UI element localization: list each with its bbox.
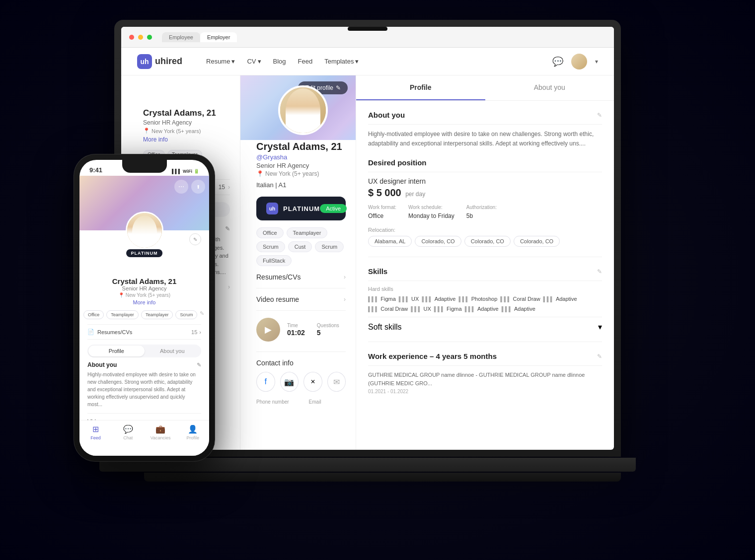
profile-location: 📍 New York (5+ years) <box>143 128 230 134</box>
phone-tab-profile[interactable]: Profile <box>88 346 145 356</box>
hard-skills-row1: ▌▌▌ Figma ▌▌▌ UX ▌▌▌ Ada <box>368 296 602 302</box>
soft-skills-row[interactable]: Soft skills ▾ <box>368 317 602 332</box>
about-you-title: About you <box>368 111 405 119</box>
nav-feed[interactable]: Feed <box>298 58 313 65</box>
message-icon[interactable]: ✉ <box>327 372 346 392</box>
resumes-chevron-center: › <box>344 274 346 280</box>
skill-coral-draw2: ▌▌▌ Coral Draw <box>368 306 408 312</box>
video-resume-section[interactable]: Video resume › <box>256 288 346 311</box>
phone-resumes-row[interactable]: 📄 Resumes/CVs 15 › <box>87 324 201 340</box>
right-tab-about[interactable]: About you <box>485 75 614 100</box>
phone-name: Crystal Adams, 21 <box>87 277 201 285</box>
work-exp-edit-icon[interactable]: ✎ <box>597 353 602 360</box>
nav-blog[interactable]: Blog <box>273 58 286 65</box>
feed-nav-icon: ⊞ <box>92 424 99 434</box>
phone-about-edit-icon[interactable]: ✎ <box>197 362 201 368</box>
account-chevron[interactable]: ▾ <box>595 58 598 65</box>
phone-doc-icon: 📄 <box>87 329 94 335</box>
phone-share-button[interactable]: ⬆ <box>191 180 205 194</box>
play-icon: ▶ <box>265 324 272 335</box>
twitter-icon[interactable]: ✕ <box>303 372 322 392</box>
phone-nav-feed[interactable]: ⊞ Feed <box>79 424 112 440</box>
phone-about-title: About you ✎ <box>87 361 201 368</box>
laptop-notch <box>348 27 387 31</box>
user-avatar[interactable] <box>571 54 587 70</box>
resumes-chevron: › <box>228 184 230 191</box>
about-text-right: Highly-motivated employee with desire to… <box>368 130 602 148</box>
about-edit-icon[interactable]: ✎ <box>225 225 230 232</box>
relocation-section: Relocation: Alabama, AL Colorado, CO Col… <box>368 227 602 247</box>
phone-tag-office: Office <box>83 310 104 319</box>
profile-nav-icon: 👤 <box>188 424 198 434</box>
right-content: About you ✎ Highly-motivated employee wi… <box>356 101 614 404</box>
phone-resumes-count: 15 <box>191 329 197 335</box>
right-tab-profile[interactable]: Profile <box>356 75 485 100</box>
phone-status-icons: ▌▌▌ WiFi 🔋 <box>172 169 199 174</box>
email-item: Email <box>309 397 321 406</box>
active-badge: Active <box>320 204 347 213</box>
person-agency: Senior HR Agency <box>256 162 346 169</box>
skills-title: Skills <box>368 267 387 276</box>
location-alabama: Alabama, AL <box>368 236 412 247</box>
phone-resumes-label-row: 📄 Resumes/CVs <box>87 329 132 335</box>
skill-tag-teamplayer: Teamplayer <box>287 227 328 238</box>
work-exp-dates: 01.2021 - 01.2022 <box>368 389 602 394</box>
phone-about-text: Highly-motivated employee with desire to… <box>87 371 201 408</box>
phone-tab-about[interactable]: About you <box>145 346 201 356</box>
skills-divider <box>368 280 602 281</box>
facebook-icon[interactable]: f <box>256 372 275 392</box>
right-panel-tabs: Profile About you <box>356 75 614 101</box>
phone-nav-chat[interactable]: 💬 Chat <box>112 424 144 440</box>
video-play-button[interactable]: ▶ <box>256 318 280 342</box>
about-you-edit[interactable]: ✎ <box>597 112 602 119</box>
phone-menu-button[interactable]: ⋯ <box>174 180 188 194</box>
minimize-dot[interactable] <box>138 35 143 40</box>
expand-dot[interactable] <box>147 35 152 40</box>
tab-employer[interactable]: Employer <box>200 32 237 42</box>
video-resume-title: Video resume <box>256 295 299 303</box>
contact-icons: f 📷 ✕ ✉ <box>256 372 346 392</box>
phone-about-section: About you ✎ Highly-motivated employee wi… <box>87 361 201 408</box>
person-location: 📍 New York (5+ years) <box>256 170 346 177</box>
position-name: UX designer intern <box>368 177 602 185</box>
phone-tags-edit-icon[interactable]: ✎ <box>200 310 204 319</box>
soft-skills-chevron: ▾ <box>598 322 602 332</box>
phone-nav-profile[interactable]: 👤 Profile <box>177 424 209 440</box>
nav-links: Resume ▾ CV ▾ Blog Feed Templates ▾ <box>206 58 359 65</box>
phone-resumes-chevron: › <box>199 329 201 335</box>
instagram-icon[interactable]: 📷 <box>280 372 299 392</box>
nav-resume[interactable]: Resume ▾ <box>206 58 235 65</box>
battery-icon: 🔋 <box>194 169 199 174</box>
nav-cv[interactable]: CV ▾ <box>247 58 261 65</box>
person-username[interactable]: @Gryasha <box>256 153 346 161</box>
vacancies-nav-icon: 💼 <box>155 424 165 434</box>
phone-tags: Office Teamplayer Teamplayer Scrum ✎ <box>79 310 209 319</box>
skill-tag-office: Office <box>256 227 284 238</box>
skill-adaptive4: ▌▌▌ Adaptive <box>502 306 535 312</box>
tab-employee[interactable]: Employee <box>162 32 200 42</box>
phone-edit-button[interactable]: ✎ <box>189 233 201 245</box>
resumes-cvs-title: Resumes/CVs <box>256 273 301 281</box>
chat-icon[interactable]: 💬 <box>552 56 563 67</box>
platinum-text: PLATINUM <box>283 205 320 212</box>
right-panel: Profile About you About you ✎ <box>356 75 614 450</box>
skill-adaptive2: ▌▌▌ Adaptive <box>543 296 577 302</box>
nav-templates[interactable]: Templates ▾ <box>324 58 359 65</box>
skill-figma: ▌▌▌ Figma <box>368 296 396 302</box>
work-exp-title: Work experience – 4 years 5 months <box>368 352 497 360</box>
more-info-link[interactable]: More info <box>143 136 230 143</box>
video-time-item: Time 01:02 <box>287 323 305 337</box>
coral2-bar-icon: ▌▌▌ <box>368 306 378 312</box>
close-dot[interactable] <box>129 35 134 40</box>
platinum-badge: uh PLATINUM Active <box>256 197 346 220</box>
phone-more-info[interactable]: More info <box>87 299 201 305</box>
skills-edit-icon[interactable]: ✎ <box>597 268 602 275</box>
contact-info-labels: Phone number Email <box>256 397 346 406</box>
phone-nav-vacancies[interactable]: 💼 Vacancies <box>145 424 177 440</box>
contact-info-title: Contact info <box>256 359 346 367</box>
avatar-image <box>280 87 326 133</box>
resumes-cvs-section[interactable]: Resumes/CVs › <box>256 266 346 288</box>
authorization-item: Authorization: 5b <box>466 205 497 220</box>
feed-nav-label: Feed <box>90 435 101 440</box>
hard-skills-label: Hard skills <box>368 286 602 292</box>
